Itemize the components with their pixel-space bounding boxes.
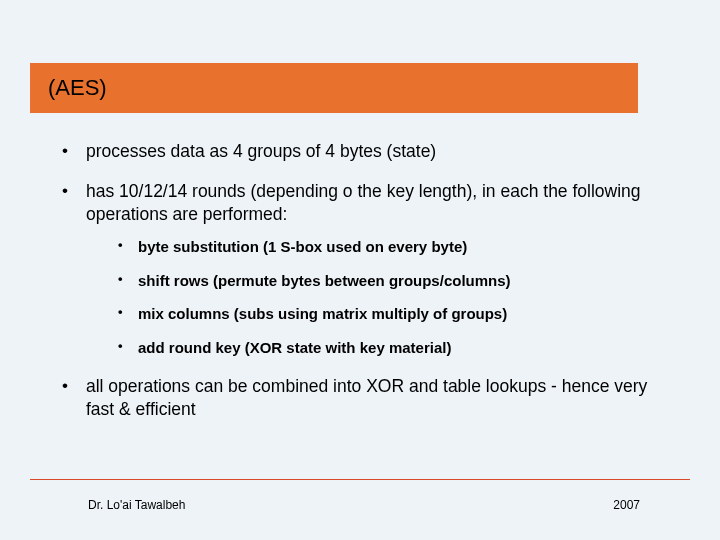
slide: (AES) processes data as 4 groups of 4 by… — [0, 0, 720, 540]
slide-title: (AES) — [48, 75, 107, 101]
bullet-item: has 10/12/14 rounds (depending o the key… — [50, 180, 680, 357]
footer-year: 2007 — [613, 498, 640, 512]
sub-bullet-item: mix columns (subs using matrix multiply … — [86, 304, 680, 324]
bullet-text: has 10/12/14 rounds (depending o the key… — [86, 181, 641, 223]
sub-bullet-list: byte substitution (1 S-box used on every… — [86, 237, 680, 357]
footer-divider — [30, 479, 690, 480]
content-area: processes data as 4 groups of 4 bytes (s… — [50, 140, 680, 438]
bullet-item: processes data as 4 groups of 4 bytes (s… — [50, 140, 680, 162]
bullet-list: processes data as 4 groups of 4 bytes (s… — [50, 140, 680, 420]
footer-author: Dr. Lo'ai Tawalbeh — [88, 498, 185, 512]
title-bar: (AES) — [30, 63, 638, 113]
sub-bullet-item: add round key (XOR state with key materi… — [86, 338, 680, 358]
bullet-item: all operations can be combined into XOR … — [50, 375, 680, 420]
footer: Dr. Lo'ai Tawalbeh 2007 — [30, 498, 690, 512]
sub-bullet-item: shift rows (permute bytes between groups… — [86, 271, 680, 291]
sub-bullet-item: byte substitution (1 S-box used on every… — [86, 237, 680, 257]
